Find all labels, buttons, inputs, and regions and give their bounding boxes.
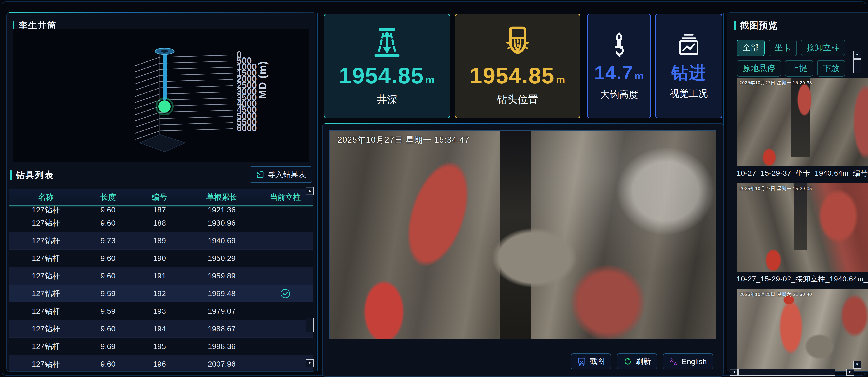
table-scroll-thumb[interactable]: [306, 318, 314, 333]
preview-hscroll-left-button[interactable]: ◄: [730, 369, 738, 376]
screenshot-gallery: 2025年10月27日 星期一 15:29:33 10-27_15-29-37_…: [737, 77, 868, 372]
gallery-item[interactable]: 2025年10月27日 星期一 15:29:05 10-27_15-29-02_…: [737, 183, 868, 284]
cell-cum: 1959.89: [185, 272, 258, 280]
table-row[interactable]: 127钻杆 9.60 187 1921.36: [9, 206, 313, 214]
cell-no: 196: [134, 359, 185, 369]
preview-hscroll-thumb[interactable]: [738, 369, 835, 376]
cell-cum: 1940.69: [185, 236, 258, 245]
wellbore-bottom-box: [140, 134, 185, 152]
filter-chip-up[interactable]: 上提: [785, 60, 813, 76]
svg-text:A: A: [674, 361, 677, 366]
cell-no: 188: [134, 219, 185, 227]
import-button-label: 导入钻具表: [268, 169, 306, 180]
video-steam-shape: [608, 139, 716, 243]
hook-height-value-row: 14.7m: [594, 63, 644, 82]
cell-current: [258, 288, 313, 299]
wellbore-3d-drawing: 0 500 1000 1500 2000 2500 3000 3500 4000…: [13, 29, 309, 162]
bit-position-value: 1954.85: [470, 63, 555, 88]
gallery-item[interactable]: 2025年10月25日 星期六 21:30:40 2025-10-25_21-3…: [737, 289, 868, 372]
table-row[interactable]: 127钻杆 9.60 194 1988.67: [9, 320, 313, 338]
thumb-helmet-shape: [761, 147, 777, 166]
wellbore-3d-view[interactable]: 0 500 1000 1500 2000 2500 3000 3500 4000…: [13, 29, 309, 162]
screenshot-button-label: 截图: [589, 356, 604, 367]
translate-icon: 文 A: [669, 357, 678, 366]
col-current: 当前立柱: [258, 192, 313, 202]
screenshot-thumbnail[interactable]: 2025年10月25日 星期六 21:30:40: [737, 289, 868, 372]
cell-no: 194: [134, 324, 185, 333]
thumb-wellhead-shape: [802, 332, 837, 362]
well-depth-label: 井深: [377, 93, 397, 107]
divider-right-2: [725, 13, 725, 371]
thumbnail-caption: 10-27_15-29-37_坐卡_1940.64m_编号_1: [737, 168, 868, 178]
filter-chip-down[interactable]: 下放: [817, 60, 845, 76]
screenshot-button[interactable]: 截图: [571, 353, 611, 369]
refresh-button[interactable]: 刷新: [617, 353, 657, 369]
preview-scroll-thumb[interactable]: [853, 59, 861, 73]
divider-left-dotted: [320, 13, 320, 371]
preview-scroll-up-button[interactable]: ▲: [853, 51, 861, 59]
cell-length: 9.59: [82, 307, 134, 316]
preview-scroll-down-button[interactable]: ▼: [853, 361, 861, 369]
condition-value-row: 钻进: [671, 64, 706, 82]
preview-title-text: 截图预览: [740, 19, 778, 32]
title-accent-bar: [734, 21, 736, 30]
hook-height-value: 14.7: [594, 62, 633, 84]
hook-height-card: 14.7m 大钩高度: [587, 13, 651, 119]
cell-length: 9.73: [82, 236, 134, 245]
screenshot-icon: [577, 357, 586, 366]
import-drill-table-button[interactable]: 导入钻具表: [250, 166, 312, 183]
filter-chip-hover[interactable]: 原地悬停: [737, 60, 781, 76]
thumb-helmet-shape: [764, 247, 783, 272]
wellbore-tube: [163, 52, 166, 100]
drill-bit-icon: [501, 25, 535, 59]
table-row[interactable]: 127钻杆 9.60 190 1950.29: [9, 250, 313, 267]
table-row[interactable]: 127钻杆 9.59 193 1979.07: [9, 303, 313, 320]
cell-length: 9.60: [82, 206, 134, 214]
screenshot-thumbnail[interactable]: 2025年10月27日 星期一 15:29:05: [737, 183, 868, 272]
refresh-icon: [623, 357, 632, 366]
screenshot-thumbnail[interactable]: 2025年10月27日 星期一 15:29:33: [737, 77, 868, 166]
table-row[interactable]: 127钻杆 9.60 191 1959.89: [9, 267, 313, 285]
preview-filter-chips: 全部 坐卡 接卸立柱 原地悬停 上提 下放: [737, 39, 863, 76]
cell-cum: 1998.36: [185, 342, 258, 351]
col-name: 名称: [9, 192, 82, 202]
thumbnail-timestamp: 2025年10月25日 星期六 21:30:40: [739, 291, 812, 297]
table-row-current[interactable]: 127钻杆 9.59 192 1969.48: [9, 285, 313, 303]
language-button[interactable]: 文 A English: [663, 353, 713, 369]
drill-list-title-text: 钻具列表: [16, 169, 54, 181]
table-scroll-down-button[interactable]: ▼: [306, 359, 314, 367]
table-row[interactable]: 127钻杆 9.60 188 1930.96: [9, 214, 313, 232]
condition-value: 钻进: [671, 63, 706, 82]
language-button-label: English: [682, 357, 707, 366]
col-no: 编号: [134, 192, 185, 202]
bit-position-card: 1954.85m 钻头位置: [455, 13, 581, 119]
cell-cum: 1988.67: [185, 324, 258, 333]
cell-length: 9.60: [82, 359, 134, 369]
thumbnail-timestamp: 2025年10月27日 星期一 15:29:05: [739, 186, 812, 192]
drill-table-header: 名称 长度 编号 单根累长 当前立柱: [9, 189, 313, 206]
well-depth-unit: m: [425, 74, 435, 86]
cell-name: 127钻杆: [9, 306, 82, 316]
filter-chip-seat[interactable]: 坐卡: [769, 39, 797, 56]
live-video: 2025年10月27日 星期一 15:34:47: [329, 130, 716, 339]
cell-name: 127钻杆: [9, 218, 82, 228]
table-row[interactable]: 127钻杆 9.60 196 2007.96: [9, 355, 313, 371]
preview-hscroll-right-button[interactable]: ►: [846, 369, 855, 376]
table-row[interactable]: 127钻杆 9.69 195 1998.36: [9, 338, 313, 355]
cell-length: 9.60: [82, 324, 134, 333]
table-row[interactable]: 127钻杆 9.73 189 1940.69: [9, 232, 313, 250]
gallery-item[interactable]: 2025年10月27日 星期一 15:29:33 10-27_15-29-37_…: [737, 77, 868, 178]
filter-chip-all[interactable]: 全部: [737, 39, 765, 56]
cell-cum: 2007.96: [185, 359, 258, 369]
import-icon: [256, 170, 265, 179]
svg-text:文: 文: [670, 358, 674, 362]
drill-table: 名称 长度 编号 单根累长 当前立柱 127钻杆 9.60 187 1921.3…: [9, 189, 313, 371]
monitor-chart-icon: [675, 32, 702, 59]
cell-cum: 1969.48: [185, 289, 258, 298]
video-toolbar: 截图 刷新 文 A English: [571, 353, 713, 369]
well-depth-card: 1954.85m 井深: [324, 13, 450, 119]
live-video-panel: 2025年10月27日 星期一 15:34:47 截图 刷新: [322, 123, 723, 377]
thumbnail-caption: 10-27_15-29-02_接卸立柱_1940.64m_编号: [737, 274, 868, 284]
table-scroll-up-button[interactable]: ▲: [306, 187, 314, 195]
filter-chip-stand[interactable]: 接卸立柱: [801, 39, 845, 56]
